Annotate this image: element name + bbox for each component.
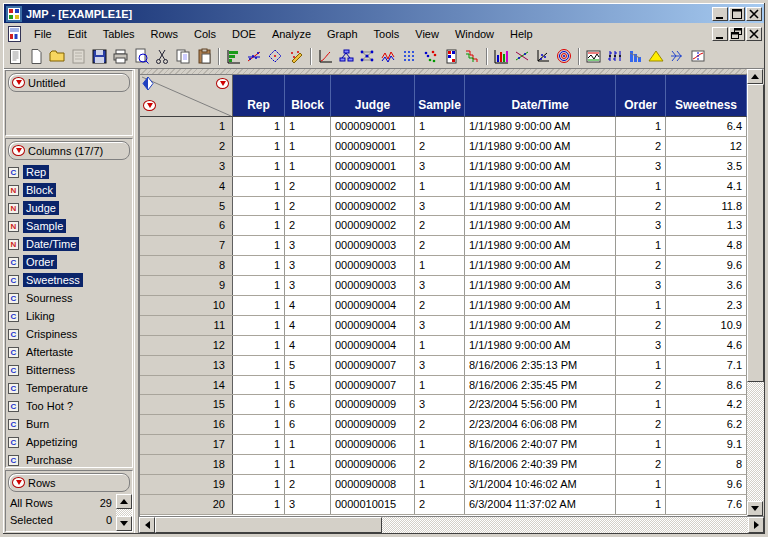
diagram-icon[interactable] [646, 46, 667, 67]
cell-rep[interactable]: 1 [233, 316, 285, 335]
cell-sample[interactable]: 2 [415, 455, 465, 474]
cell-rep[interactable]: 1 [233, 177, 285, 196]
menu-help[interactable]: Help [502, 25, 541, 43]
cell-order[interactable]: 1 [616, 435, 666, 454]
column-item-sweetness[interactable]: CSweetness [8, 271, 132, 289]
cell-date-time[interactable]: 8/16/2006 2:35:45 PM [465, 376, 616, 395]
cell-judge[interactable]: 0000090002 [331, 197, 415, 216]
distribution-icon[interactable] [223, 46, 244, 67]
cluster-icon[interactable] [420, 46, 441, 67]
cell-sample[interactable]: 1 [415, 336, 465, 355]
cell-date-time[interactable]: 1/1/1980 9:00:00 AM [465, 137, 616, 156]
column-item-purchase[interactable]: CPurchase [8, 451, 132, 467]
save-icon[interactable] [89, 46, 110, 67]
row-number-cell[interactable]: 13 [140, 356, 233, 375]
row-number-cell[interactable]: 2 [140, 137, 233, 156]
cell-sweetness[interactable]: 8 [666, 455, 747, 474]
menu-window[interactable]: Window [447, 25, 502, 43]
cell-judge[interactable]: 0000090006 [331, 435, 415, 454]
cell-rep[interactable]: 1 [233, 276, 285, 295]
continuous-column-icon[interactable]: C [8, 419, 19, 430]
cell-date-time[interactable]: 3/1/2004 10:46:02 AM [465, 475, 616, 494]
scatterplot-3d-icon[interactable] [533, 46, 554, 67]
continuous-column-icon[interactable]: C [8, 347, 19, 358]
cell-sweetness[interactable]: 4.2 [666, 395, 747, 414]
column-header-date-time[interactable]: Date/Time [465, 75, 616, 117]
nominal-column-icon[interactable]: N [8, 221, 19, 232]
row-number-cell[interactable]: 9 [140, 276, 233, 295]
cell-date-time[interactable]: 2/23/2004 5:56:00 PM [465, 395, 616, 414]
rows-panel-menu-icon[interactable] [12, 477, 25, 488]
row-number-cell[interactable]: 16 [140, 415, 233, 434]
cell-order[interactable]: 1 [616, 475, 666, 494]
row-number-cell[interactable]: 5 [140, 197, 233, 216]
child-minimize-button[interactable] [712, 27, 728, 41]
column-item-bitterness[interactable]: CBitterness [8, 361, 132, 379]
cell-sample[interactable]: 1 [415, 376, 465, 395]
cell-judge[interactable]: 0000090007 [331, 356, 415, 375]
maximize-button[interactable] [729, 7, 745, 21]
menu-doe[interactable]: DOE [224, 25, 264, 43]
cell-order[interactable]: 1 [616, 296, 666, 315]
cell-block[interactable]: 4 [285, 336, 331, 355]
cell-date-time[interactable]: 1/1/1980 9:00:00 AM [465, 276, 616, 295]
cell-rep[interactable]: 1 [233, 197, 285, 216]
row-number-cell[interactable]: 7 [140, 236, 233, 255]
row-number-cell[interactable]: 6 [140, 216, 233, 235]
cell-sweetness[interactable]: 4.6 [666, 336, 747, 355]
cell-sweetness[interactable]: 3.6 [666, 276, 747, 295]
cell-order[interactable]: 1 [616, 177, 666, 196]
cell-date-time[interactable]: 1/1/1980 9:00:00 AM [465, 117, 616, 136]
nominal-column-icon[interactable]: N [8, 185, 19, 196]
cell-block[interactable]: 3 [285, 495, 331, 514]
cell-date-time[interactable]: 1/1/1980 9:00:00 AM [465, 157, 616, 176]
fit-y-by-x-icon[interactable] [244, 46, 265, 67]
continuous-column-icon[interactable]: C [8, 257, 19, 268]
cell-block[interactable]: 2 [285, 216, 331, 235]
sidebar-scroll-up-icon[interactable] [116, 494, 132, 509]
cell-block[interactable]: 3 [285, 276, 331, 295]
nominal-column-icon[interactable]: N [8, 203, 19, 214]
overlay-plot-icon[interactable] [512, 46, 533, 67]
continuous-column-icon[interactable]: C [8, 401, 19, 412]
print-preview-icon[interactable] [131, 46, 152, 67]
cell-date-time[interactable]: 1/1/1980 9:00:00 AM [465, 316, 616, 335]
hscroll-left-icon[interactable] [139, 517, 155, 533]
cut-icon[interactable] [152, 46, 173, 67]
cell-block[interactable]: 2 [285, 177, 331, 196]
vscroll-up-icon[interactable] [747, 69, 763, 84]
continuous-column-icon[interactable]: C [8, 365, 19, 376]
vscroll-thumb[interactable] [747, 84, 764, 382]
cell-sweetness[interactable]: 1.3 [666, 216, 747, 235]
cell-order[interactable]: 3 [616, 336, 666, 355]
cell-sample[interactable]: 1 [415, 177, 465, 196]
cell-rep[interactable]: 1 [233, 296, 285, 315]
cell-order[interactable]: 2 [616, 137, 666, 156]
cell-block[interactable]: 5 [285, 356, 331, 375]
cell-block[interactable]: 1 [285, 455, 331, 474]
layout-icon[interactable] [68, 46, 89, 67]
cell-sample[interactable]: 2 [415, 137, 465, 156]
cell-block[interactable]: 4 [285, 316, 331, 335]
cell-sample[interactable]: 3 [415, 197, 465, 216]
cell-rep[interactable]: 1 [233, 157, 285, 176]
row-number-cell[interactable]: 10 [140, 296, 233, 315]
print-icon[interactable] [110, 46, 131, 67]
cell-block[interactable]: 1 [285, 157, 331, 176]
cell-rep[interactable]: 1 [233, 137, 285, 156]
cell-rep[interactable]: 1 [233, 475, 285, 494]
columns-diamond-icon[interactable] [142, 76, 154, 93]
column-item-temperature[interactable]: CTemperature [8, 379, 132, 397]
continuous-column-icon[interactable]: C [8, 275, 19, 286]
cell-rep[interactable]: 1 [233, 376, 285, 395]
cell-date-time[interactable]: 1/1/1980 9:00:00 AM [465, 197, 616, 216]
cell-order[interactable]: 2 [616, 415, 666, 434]
cell-rep[interactable]: 1 [233, 336, 285, 355]
menu-cols[interactable]: Cols [186, 25, 224, 43]
cell-sweetness[interactable]: 8.6 [666, 376, 747, 395]
cell-sweetness[interactable]: 10.9 [666, 316, 747, 335]
column-header-sample[interactable]: Sample [415, 75, 465, 117]
column-item-date-time[interactable]: NDate/Time [8, 235, 132, 253]
cell-sweetness[interactable]: 7.1 [666, 356, 747, 375]
menu-edit[interactable]: Edit [60, 25, 95, 43]
